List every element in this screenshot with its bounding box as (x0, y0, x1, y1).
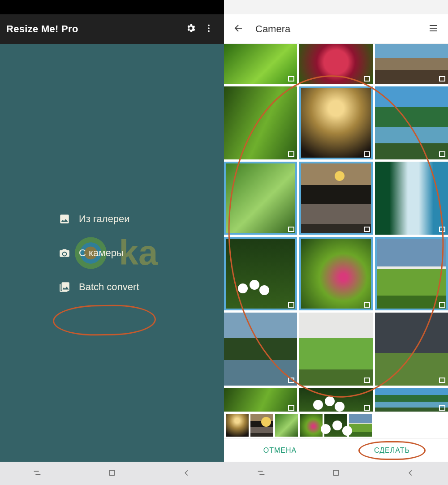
selected-thumbnail[interactable] (226, 414, 249, 437)
gear-icon (185, 23, 196, 35)
image-type-icon (288, 405, 294, 411)
gallery-title: Camera (255, 23, 417, 35)
svg-point-1 (208, 27, 210, 29)
image-type-icon (288, 378, 294, 383)
home-icon (332, 468, 340, 479)
nav-recents-button[interactable] (0, 462, 75, 485)
photo-thumbnail[interactable] (224, 86, 297, 159)
photo-thumbnail[interactable] (299, 237, 372, 310)
image-type-icon (288, 227, 294, 232)
arrow-left-icon (233, 23, 244, 35)
selection-strip (224, 412, 448, 438)
menu-label: С камеры (79, 247, 124, 259)
photo-thumbnail[interactable] (375, 86, 448, 159)
selected-thumbnail[interactable] (250, 414, 273, 437)
photo-thumbnail[interactable] (375, 388, 448, 412)
photo-thumbnail[interactable] (224, 162, 297, 235)
nav-back-button[interactable] (149, 462, 224, 485)
photo-thumbnail[interactable] (375, 162, 448, 235)
back-icon (406, 468, 416, 480)
back-button[interactable] (230, 21, 247, 38)
app-title: Resize Me! Pro (6, 23, 182, 35)
menu-from-camera[interactable]: С камеры (58, 247, 124, 259)
menu-label: Batch convert (79, 281, 139, 293)
more-vert-icon (204, 23, 214, 35)
photo-thumbnail[interactable] (375, 44, 448, 84)
image-type-icon (439, 302, 445, 308)
done-button[interactable]: СДЕЛАТЬ (336, 439, 448, 462)
svg-point-0 (208, 25, 210, 26)
nav-back-button[interactable] (373, 462, 448, 485)
photo-thumbnail[interactable] (224, 313, 297, 386)
gallery-app-bar: Camera (224, 14, 448, 44)
tutorial-highlight (52, 304, 156, 336)
selected-thumbnail[interactable] (275, 414, 298, 437)
image-type-icon (288, 302, 294, 308)
selected-thumbnail[interactable] (324, 414, 347, 437)
hamburger-icon (428, 23, 439, 35)
selected-thumbnail[interactable] (349, 414, 372, 437)
photo-thumbnail[interactable] (299, 44, 372, 84)
menu-from-gallery[interactable]: Из галереи (58, 213, 130, 225)
image-type-icon (364, 151, 370, 157)
navigation-bar (0, 462, 224, 485)
photo-thumbnail[interactable] (299, 388, 372, 412)
menu-label: Из галереи (79, 213, 130, 225)
button-label: ОТМЕНА (263, 446, 297, 455)
navigation-bar (224, 462, 448, 485)
photo-thumbnail[interactable] (375, 313, 448, 386)
recents-icon (32, 468, 42, 480)
photo-thumbnail[interactable] (224, 388, 297, 412)
image-type-icon (364, 227, 370, 232)
menu-button[interactable] (425, 21, 442, 38)
image-type-icon (364, 302, 370, 308)
image-type-icon (364, 378, 370, 383)
svg-rect-4 (333, 470, 339, 476)
svg-point-2 (208, 30, 210, 32)
image-type-icon (288, 151, 294, 157)
image-type-icon (288, 76, 294, 82)
status-bar (224, 0, 448, 14)
photo-thumbnail[interactable] (375, 237, 448, 310)
nav-recents-button[interactable] (224, 462, 299, 485)
nav-home-button[interactable] (299, 462, 374, 485)
photo-thumbnail[interactable] (299, 313, 372, 386)
photo-thumbnail[interactable] (299, 86, 372, 159)
overflow-button[interactable] (200, 20, 218, 38)
image-type-icon (364, 76, 370, 82)
menu-batch-convert[interactable]: Batch convert (58, 281, 139, 293)
button-label: СДЕЛАТЬ (374, 446, 410, 455)
svg-rect-3 (109, 470, 115, 476)
photo-grid (224, 44, 448, 412)
action-button-row: ОТМЕНА СДЕЛАТЬ (224, 438, 448, 462)
cancel-button[interactable]: ОТМЕНА (224, 439, 336, 462)
photo-thumbnail[interactable] (224, 237, 297, 310)
home-icon (108, 468, 116, 479)
image-type-icon (364, 405, 370, 411)
image-type-icon (439, 378, 445, 383)
image-type-icon (439, 405, 445, 411)
main-body: ka Из галереи С камеры Batch convert (0, 44, 224, 462)
image-icon (58, 213, 71, 225)
app-bar: Resize Me! Pro (0, 14, 224, 44)
gallery-stack-icon (58, 281, 71, 293)
back-icon (182, 468, 192, 480)
image-type-icon (439, 76, 445, 82)
camera-icon (58, 247, 71, 259)
photo-thumbnail[interactable] (224, 44, 297, 84)
nav-home-button[interactable] (75, 462, 150, 485)
selected-thumbnail[interactable] (300, 414, 323, 437)
status-bar (0, 0, 224, 14)
image-type-icon (439, 151, 445, 157)
settings-button[interactable] (182, 20, 200, 38)
gallery-body: ОТМЕНА СДЕЛАТЬ (224, 44, 448, 462)
photo-thumbnail[interactable] (299, 162, 372, 235)
image-type-icon (439, 227, 445, 232)
recents-icon (256, 468, 266, 480)
